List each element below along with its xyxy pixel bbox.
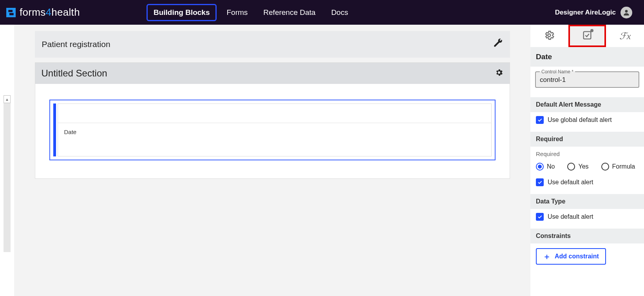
canvas: Patient registration Untitled Section D — [14, 25, 530, 296]
required-no-option[interactable]: No — [536, 163, 555, 171]
properties-tabs: ℱx — [530, 25, 644, 47]
top-nav: forms4health Building Blocks Forms Refer… — [0, 0, 644, 25]
checkbox-checked-icon — [536, 213, 544, 221]
section-body: Date — [35, 84, 510, 178]
form-title: Patient registration — [42, 40, 110, 49]
section-card: Untitled Section Date — [35, 62, 510, 179]
default-alert-header: Default Alert Message — [530, 97, 644, 112]
form-title-bar: Patient registration — [35, 31, 510, 58]
user-name: Designer AireLogic — [555, 9, 616, 16]
svg-point-0 — [625, 10, 628, 13]
required-yes-label: Yes — [578, 163, 588, 170]
required-no-label: No — [547, 163, 555, 170]
panel-content: Control Name * Default Alert Message Use… — [530, 67, 644, 272]
logo-prefix: forms — [20, 6, 46, 18]
page-body: ▲ Patient registration Untitled Section — [0, 25, 644, 296]
control-name-input[interactable] — [540, 76, 635, 84]
required-use-default-alert-label: Use default alert — [548, 179, 593, 186]
gutter-track[interactable] — [4, 103, 11, 252]
properties-panel: ℱx Date Control Name * Default Alert Mes… — [530, 25, 644, 296]
avatar-icon — [620, 7, 632, 18]
required-header: Required — [530, 132, 644, 147]
logo-suffix: health — [51, 6, 80, 18]
required-use-default-alert-row[interactable]: Use default alert — [530, 174, 644, 190]
nav-forms[interactable]: Forms — [221, 5, 253, 20]
nav-building-blocks[interactable]: Building Blocks — [147, 4, 217, 21]
tab-formula[interactable]: ℱx — [606, 25, 644, 47]
required-radio-group: No Yes Formula — [530, 159, 644, 174]
use-global-default-alert-label: Use global default alert — [548, 116, 612, 123]
required-formula-label: Formula — [612, 163, 635, 170]
nav-docs[interactable]: Docs — [325, 5, 354, 20]
gutter-caret-icon[interactable]: ▲ — [4, 95, 11, 103]
data-type-use-default-alert-row[interactable]: Use default alert — [530, 209, 644, 225]
control-inner: Date — [58, 104, 492, 156]
logo-icon — [5, 6, 17, 19]
logo-text: forms4health — [20, 6, 80, 18]
checkbox-badge-icon — [582, 30, 593, 42]
control-name-field: Control Name * — [535, 69, 639, 88]
add-constraint-label: Add constraint — [555, 253, 599, 260]
constraints-header: Constraints — [530, 229, 644, 243]
data-type-header: Data Type — [530, 194, 644, 209]
fx-icon: ℱx — [619, 31, 631, 42]
control-top-area[interactable] — [58, 104, 491, 123]
svg-rect-2 — [584, 31, 591, 39]
user-area[interactable]: Designer AireLogic — [555, 7, 632, 18]
section-title: Untitled Section — [42, 68, 107, 79]
radio-selected-icon — [536, 163, 544, 171]
section-gear-icon[interactable] — [495, 68, 503, 78]
add-constraint-button[interactable]: ＋ Add constraint — [536, 248, 606, 265]
section-header: Untitled Section — [35, 63, 510, 84]
nav-links: Building Blocks Forms Reference Data Doc… — [147, 4, 354, 21]
required-formula-option[interactable]: Formula — [601, 163, 635, 171]
logo-blue: 4 — [46, 6, 52, 18]
svg-point-1 — [548, 34, 551, 36]
radio-unselected-icon — [567, 163, 575, 171]
use-global-default-alert-row[interactable]: Use global default alert — [530, 112, 644, 128]
date-control[interactable]: Date — [49, 100, 496, 160]
control-label: Date — [58, 123, 491, 141]
nav-reference-data[interactable]: Reference Data — [257, 5, 321, 20]
checkbox-checked-icon — [536, 116, 544, 124]
tab-validation[interactable] — [568, 25, 606, 47]
required-yes-option[interactable]: Yes — [567, 163, 588, 171]
tab-settings[interactable] — [530, 25, 568, 47]
left-gutter: ▲ — [0, 25, 14, 296]
checkbox-checked-icon — [536, 178, 544, 186]
control-name-label: Control Name * — [540, 69, 575, 74]
wrench-icon[interactable] — [493, 38, 503, 50]
data-type-use-default-alert-label: Use default alert — [548, 213, 593, 220]
panel-title: Date — [530, 47, 644, 67]
control-accent — [53, 104, 56, 156]
logo[interactable]: forms4health — [5, 6, 80, 19]
required-label: Required — [530, 147, 644, 159]
radio-unselected-icon — [601, 163, 609, 171]
gear-icon — [544, 30, 555, 42]
